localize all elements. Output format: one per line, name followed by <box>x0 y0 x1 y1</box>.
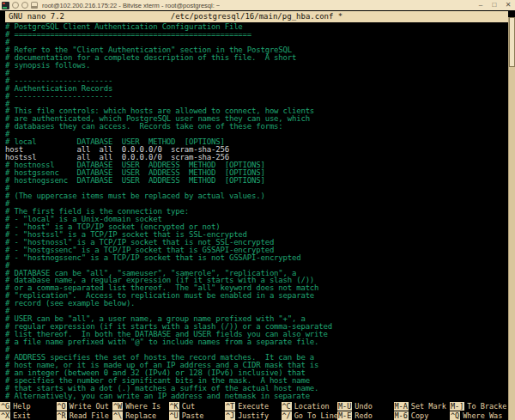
editor-line: # Alternatively, you can write an IP add… <box>5 393 503 400</box>
minimize-button[interactable]: – <box>474 0 488 10</box>
editor-line: # databases they can access. Records tak… <box>5 123 503 131</box>
shortcut-key: ^U <box>169 411 179 420</box>
shortcut-help[interactable]: ^GHelp <box>0 402 57 411</box>
shortcut-key: ^O <box>57 402 67 411</box>
window-titlebar: root@102.200.216.175:22 - Bitvise xterm … <box>0 0 515 10</box>
shortcut-label: Redo <box>352 411 372 420</box>
editor-line: # hostnogssenc DATABASE USER ADDRESS MET… <box>5 177 503 185</box>
editor-line: # (The uppercase items must be replaced … <box>5 192 503 200</box>
shortcut-key: ^Q <box>450 411 460 420</box>
shortcut-label: Where Was <box>460 411 502 420</box>
shortcut-label: Location <box>292 402 330 411</box>
shortcut-key: M-A <box>394 402 409 411</box>
shortcut-undo[interactable]: M-UUndo <box>337 402 394 411</box>
shortcut-key: ^K <box>169 402 179 411</box>
window-controls: – □ ✕ <box>474 0 515 10</box>
shortcut-row-2: ^XExit^RRead File^\Replace^UPaste^JJusti… <box>0 411 508 420</box>
shortcut-key: M-] <box>450 402 464 411</box>
shortcut-label: Paste <box>179 411 204 420</box>
close-button[interactable]: ✕ <box>501 0 515 10</box>
shortcut-label: Exit <box>10 411 30 420</box>
shortcut-key: ^/ <box>282 411 292 420</box>
nano-file-path: /etc/postgresql/16/main/pg_hba.conf * <box>5 11 508 22</box>
shortcut-cut[interactable]: ^KCut <box>169 402 226 411</box>
shortcut-set-mark[interactable]: M-ASet Mark <box>394 402 451 411</box>
shortcut-key: ^R <box>57 411 67 420</box>
shortcut-replace[interactable]: ^\Replace <box>112 411 169 420</box>
shortcut-key: ^W <box>112 402 123 411</box>
shortcut-to-bracket[interactable]: M-]To Bracket <box>450 402 506 411</box>
shortcut-justify[interactable]: ^JJustify <box>225 411 282 420</box>
shortcut-key: M-E <box>337 411 352 420</box>
editor-line: # synopsis follows. <box>5 62 503 70</box>
editor-line: # a file name prefixed with "@" to inclu… <box>5 338 503 346</box>
shortcut-key: ^J <box>225 411 235 420</box>
editor-line: # - "hostnogssenc" is a TCP/IP socket th… <box>5 254 503 262</box>
lock-icon <box>31 2 38 9</box>
maximize-button[interactable]: □ <box>488 0 501 10</box>
shortcut-key: ^C <box>282 402 292 411</box>
shortcut-where-is[interactable]: ^WWhere Is <box>112 402 169 411</box>
shortcut-execute[interactable]: ^TExecute <box>225 402 282 411</box>
shortcut-where-was[interactable]: ^QWhere Was <box>450 411 506 420</box>
shortcut-label: Copy <box>409 411 428 420</box>
shortcut-label: Cut <box>179 402 195 411</box>
shortcut-location[interactable]: ^CLocation <box>282 402 338 411</box>
shortcut-key: ^G <box>0 402 10 411</box>
shortcut-label: Execute <box>235 402 269 411</box>
shortcut-label: Justify <box>235 411 269 420</box>
terminal-scrollbar[interactable] <box>508 17 515 420</box>
settings-icon[interactable] <box>21 2 28 9</box>
editor-content[interactable]: # PostgreSQL Client Authentication Confi… <box>5 23 503 401</box>
shortcut-copy[interactable]: M-6Copy <box>394 411 451 420</box>
shortcut-key: M-U <box>337 402 352 411</box>
shortcut-key: ^T <box>225 402 235 411</box>
editor-line: # record (see example below). <box>5 300 503 307</box>
shortcut-label: Where Is <box>123 402 161 411</box>
shortcut-label: Go To Line <box>292 411 337 420</box>
shortcut-label: Read File <box>67 411 109 420</box>
shortcut-label: Undo <box>352 402 372 411</box>
shortcut-write-out[interactable]: ^OWrite Out <box>57 402 113 411</box>
shortcut-exit[interactable]: ^XExit <box>0 411 57 420</box>
editor-line: # ---------------------- <box>5 93 503 100</box>
shortcut-label: Write Out <box>67 402 109 411</box>
shortcut-row-1: ^GHelp^OWrite Out^WWhere Is^KCut^TExecut… <box>0 402 508 411</box>
shortcut-label: Help <box>10 402 30 411</box>
editor-line: # ======================================… <box>5 31 503 39</box>
shortcut-paste[interactable]: ^UPaste <box>169 411 226 420</box>
nano-shortcut-bar: ^GHelp^OWrite Out^WWhere Is^KCut^TExecut… <box>0 402 508 420</box>
session-icon[interactable] <box>12 2 19 9</box>
window-title: root@102.200.216.175:22 - Bitvise xterm … <box>42 2 220 9</box>
terminal-screen[interactable]: /etc/postgresql/16/main/pg_hba.conf * GN… <box>0 10 515 420</box>
shortcut-redo[interactable]: M-ERedo <box>337 411 394 420</box>
shortcut-key: M-6 <box>394 411 409 420</box>
shortcut-label: To Bracket <box>464 402 506 411</box>
scrollbar-thumb[interactable] <box>509 17 515 67</box>
shortcut-label: Replace <box>123 411 156 420</box>
bitvise-xterm-window: root@102.200.216.175:22 - Bitvise xterm … <box>0 0 515 420</box>
shortcut-key: ^X <box>0 411 10 420</box>
terminal-app-icon <box>2 2 9 9</box>
shortcut-read-file[interactable]: ^RRead File <box>57 411 113 420</box>
nano-header: /etc/postgresql/16/main/pg_hba.conf * GN… <box>5 11 508 22</box>
shortcut-go-to-line[interactable]: ^/Go To Line <box>282 411 338 420</box>
shortcut-key: ^\ <box>112 411 123 420</box>
shortcut-label: Set Mark <box>409 402 446 411</box>
